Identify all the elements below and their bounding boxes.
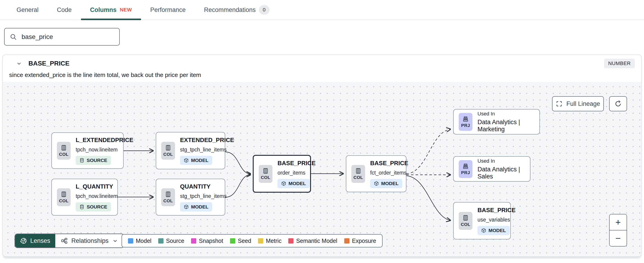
column-name: BASE_PRICE [28, 60, 70, 67]
aperture-icon [20, 237, 27, 244]
column-icon: COL [161, 142, 175, 160]
node-kind-tag: COL [59, 198, 68, 204]
expand-icon [556, 100, 562, 107]
tab-bar: General Code Columns NEW Performance Rec… [0, 0, 644, 20]
refresh-button[interactable] [609, 96, 627, 111]
legend-item-exposure: Exposure [344, 238, 376, 244]
project-icon: PRJ [459, 113, 472, 131]
lenses-label: Lenses [30, 237, 50, 245]
tab-performance[interactable]: Performance [141, 0, 195, 20]
node-title: QUANTITY [180, 183, 210, 190]
chevron-down-icon[interactable] [16, 60, 22, 67]
model-badge: MODEL [370, 179, 402, 188]
model-swatch [128, 238, 133, 244]
lenses-control: Lenses Relationships [15, 234, 124, 248]
column-icon: COL [351, 165, 365, 183]
snapshot-swatch [191, 238, 196, 244]
node-kind-tag: COL [461, 222, 470, 227]
lineage-node-quantity[interactable]: COL QUANTITY stg_tpch_line_items MODEL [156, 179, 225, 216]
lineage-node-base-price-order-items[interactable]: COL BASE_PRICE order_items MODEL [253, 155, 311, 193]
column-icon: COL [57, 188, 71, 206]
cube-icon [281, 181, 286, 186]
node-title: EXTENDED_PRICE [180, 137, 234, 144]
zoom-controls: + − [609, 214, 627, 247]
tab-code[interactable]: Code [48, 0, 81, 20]
column-icon: COL [459, 212, 472, 230]
count-badge: 0 [259, 5, 270, 15]
lineage-node-base-price-fct-order-items[interactable]: COL BASE_PRICE fct_order_items MODEL [346, 155, 406, 192]
tab-general[interactable]: General [7, 0, 48, 20]
lineage-node-usedin-sales[interactable]: PRJ Used In Data Analytics | Sales [453, 156, 530, 182]
node-subtitle: order_items [278, 170, 305, 176]
node-type-legend: Model Source Snapshot Seed Metric Semant… [122, 234, 382, 248]
node-subtitle: stg_tpch_line_items [180, 147, 226, 153]
lineage-node-extended-price[interactable]: COL EXTENDED_PRICE stg_tpch_line_items M… [156, 132, 225, 169]
node-subtitle: tpch_now.lineitem [76, 193, 118, 199]
model-badge: MODEL [180, 156, 212, 165]
node-kind-tag: COL [261, 175, 270, 180]
node-kind-tag: COL [354, 175, 363, 180]
source-badge: SOURCE [76, 156, 111, 165]
column-icon: COL [57, 142, 71, 160]
legend-item-seed: Seed [230, 238, 251, 244]
tab-label: Performance [150, 6, 186, 13]
metric-swatch [258, 238, 263, 244]
seed-swatch [230, 238, 235, 244]
database-icon [79, 158, 84, 163]
tab-label: Code [57, 6, 72, 13]
chevron-down-icon [112, 238, 118, 244]
zoom-out-button[interactable]: − [610, 231, 626, 246]
node-title: BASE_PRICE [278, 160, 316, 167]
column-icon: COL [259, 165, 272, 183]
legend-item-metric: Metric [258, 238, 282, 244]
model-badge: MODEL [278, 179, 310, 188]
relationships-dropdown[interactable]: Relationships [55, 234, 124, 248]
lineage-edges [3, 82, 641, 256]
legend-item-source: Source [158, 238, 184, 244]
node-title: BASE_PRICE [370, 160, 408, 167]
zoom-in-button[interactable]: + [610, 215, 626, 231]
project-icon: PRJ [459, 160, 472, 178]
node-title: BASE_PRICE [478, 207, 516, 214]
node-kind-tag: PRJ [461, 123, 470, 128]
node-subtitle: Data Analytics | Sales [478, 166, 525, 180]
refresh-icon [614, 100, 622, 107]
exposure-swatch [344, 238, 350, 244]
tab-columns[interactable]: Columns NEW [81, 0, 141, 20]
lineage-node-usedin-marketing[interactable]: PRJ Used In Data Analytics | Marketing [453, 109, 540, 134]
node-subtitle: fct_order_items [370, 170, 407, 176]
node-subtitle: stg_tpch_line_items [180, 193, 226, 199]
node-subtitle: tpch_now.lineitem [76, 147, 118, 153]
node-title: L_EXTENDEDPRICE [76, 137, 133, 144]
cube-icon [374, 181, 379, 186]
search-icon [10, 33, 17, 40]
model-badge: MODEL [180, 202, 212, 212]
hierarchy-icon [61, 237, 68, 244]
lineage-node-l-quantity[interactable]: COL L_QUANTITY tpch_now.lineitem SOURCE [51, 179, 118, 216]
node-subtitle: Data Analytics | Marketing [478, 119, 534, 133]
full-lineage-button[interactable]: Full Lineage [552, 96, 604, 111]
lineage-node-l-extendedprice[interactable]: COL L_EXTENDEDPRICE tpch_now.lineitem SO… [51, 132, 124, 169]
cube-icon [184, 204, 189, 209]
search-input[interactable] [22, 33, 114, 40]
tab-label: Columns [90, 6, 117, 13]
column-description: since extended_price is the line item to… [9, 71, 201, 79]
column-search [4, 28, 120, 46]
node-title: L_QUANTITY [76, 183, 113, 190]
column-icon: COL [161, 188, 175, 206]
node-kind-tag: PRJ [461, 170, 470, 175]
cube-icon [184, 158, 189, 163]
column-panel: BASE_PRICE NUMBER since extended_price i… [2, 54, 642, 257]
source-badge: SOURCE [76, 202, 111, 212]
node-title: Used In [478, 111, 495, 117]
tab-recommendations[interactable]: Recommendations 0 [195, 0, 279, 20]
full-lineage-label: Full Lineage [566, 100, 600, 107]
lineage-graph[interactable]: COL L_EXTENDEDPRICE tpch_now.lineitem SO… [3, 82, 641, 256]
lenses-button[interactable]: Lenses [15, 234, 55, 248]
legend-item-snapshot: Snapshot [191, 238, 223, 244]
column-panel-header: BASE_PRICE NUMBER since extended_price i… [3, 55, 641, 82]
legend-item-model: Model [128, 238, 151, 244]
legend-item-semantic-model: Semantic Model [288, 238, 337, 244]
lineage-node-base-price-use-variables[interactable]: COL BASE_PRICE use_variables MODEL [453, 202, 511, 240]
new-badge: NEW [120, 7, 132, 13]
